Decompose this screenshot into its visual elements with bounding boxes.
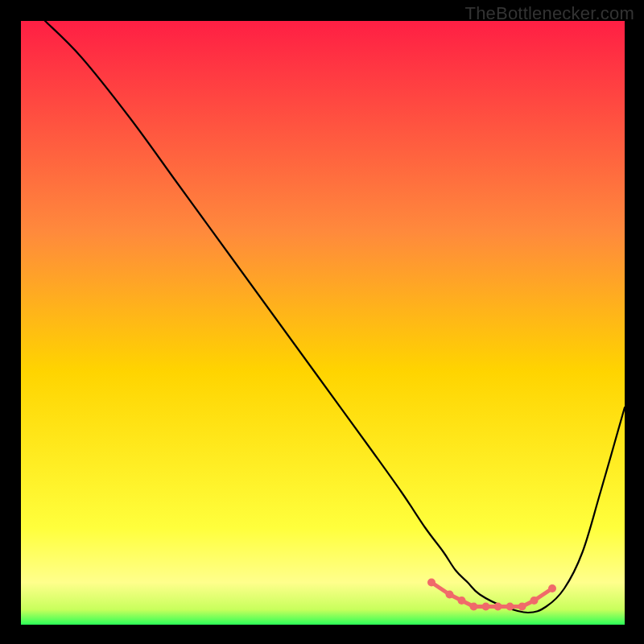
plot-area (21, 21, 625, 625)
chart-frame: TheBottlenecker.com (0, 0, 644, 644)
chart-background (21, 21, 625, 625)
chart-svg (21, 21, 625, 625)
watermark-text: TheBottlenecker.com (465, 3, 634, 24)
